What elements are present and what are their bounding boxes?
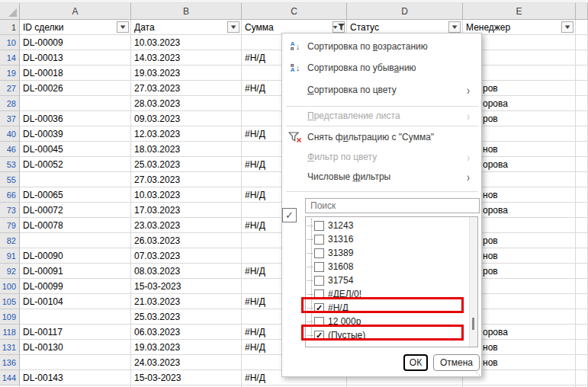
- row-number-118[interactable]: 118: [0, 325, 20, 340]
- row-number-82[interactable]: 82: [0, 233, 20, 248]
- filter-value-item[interactable]: 31316: [307, 232, 353, 246]
- row-number-28[interactable]: 28: [0, 96, 20, 111]
- filter-value-item[interactable]: 31754: [307, 273, 353, 287]
- deal-id-cell[interactable]: DL-00072: [20, 203, 131, 218]
- date-cell[interactable]: 27.03.2023: [131, 81, 242, 96]
- deal-id-cell[interactable]: DL-00065: [20, 187, 131, 203]
- filter-value-item[interactable]: 31243: [307, 219, 353, 232]
- deal-id-cell[interactable]: [20, 355, 131, 370]
- deal-id-cell[interactable]: DL-00078: [20, 218, 131, 233]
- date-cell[interactable]: 15-03-2023: [131, 279, 242, 294]
- select-all-corner[interactable]: [0, 3, 20, 20]
- deal-id-cell[interactable]: DL-00117: [20, 325, 131, 340]
- deal-id-cell[interactable]: DL-00143: [20, 370, 131, 385]
- deal-id-cell[interactable]: DL-00091: [20, 264, 131, 279]
- row-number-105[interactable]: 105: [0, 294, 20, 309]
- row-number-100[interactable]: 100: [0, 279, 20, 294]
- date-cell[interactable]: 27.03.2023: [131, 172, 242, 187]
- deal-id-cell[interactable]: DL-00039: [20, 126, 131, 142]
- row-number-73[interactable]: 73: [0, 203, 20, 218]
- checkbox-unchecked-icon[interactable]: [314, 262, 324, 272]
- menu-item[interactable]: Сортировка по цвету›: [283, 78, 480, 101]
- row-number-55[interactable]: 55: [0, 172, 20, 187]
- ok-button[interactable]: ОК: [403, 354, 428, 371]
- filter-button-filtered[interactable]: ▼: [333, 21, 345, 33]
- deal-id-cell[interactable]: DL-00090: [20, 248, 131, 264]
- date-cell[interactable]: 25.03.2023: [131, 157, 242, 172]
- date-cell[interactable]: 19.03.2023: [131, 340, 242, 355]
- column-header-d[interactable]: D: [347, 3, 463, 20]
- date-cell[interactable]: 09.03.2023: [131, 111, 242, 126]
- row-number-40[interactable]: 40: [0, 126, 20, 142]
- row-number-37[interactable]: 37: [0, 111, 20, 126]
- resize-grip[interactable]: ⋱: [474, 369, 480, 376]
- date-cell[interactable]: 26.03.2023: [131, 233, 242, 248]
- worksheet-checkbox[interactable]: ✓: [282, 208, 297, 222]
- list-scrollbar-thumb[interactable]: [472, 318, 474, 330]
- deal-id-cell[interactable]: [20, 96, 131, 111]
- filter-dropdown-button[interactable]: ▼: [117, 21, 129, 33]
- checkbox-unchecked-icon[interactable]: [314, 235, 324, 245]
- date-cell[interactable]: 24.03.2023: [131, 355, 242, 370]
- row-number-109[interactable]: 109: [0, 309, 20, 325]
- date-cell[interactable]: 10.03.2023: [131, 35, 242, 50]
- column-header-a[interactable]: A: [20, 3, 131, 20]
- menu-item[interactable]: Числовые фильтры›: [283, 167, 480, 187]
- row-number-19[interactable]: 19: [0, 66, 20, 81]
- row-number-66[interactable]: 66: [0, 187, 20, 203]
- deal-id-cell[interactable]: [20, 233, 131, 248]
- row-number-46[interactable]: 46: [0, 142, 20, 157]
- deal-id-cell[interactable]: [20, 309, 131, 325]
- deal-id-cell[interactable]: DL-00026: [20, 81, 131, 96]
- date-cell[interactable]: 14.03.2023: [131, 50, 242, 66]
- filter-value-item[interactable]: 31608: [307, 260, 353, 273]
- deal-id-cell[interactable]: DL-00052: [20, 157, 131, 172]
- date-cell[interactable]: 19.03.2023: [131, 66, 242, 81]
- filter-dropdown-button[interactable]: ▼: [561, 21, 574, 33]
- row-number-14[interactable]: 14: [0, 50, 20, 66]
- row-number-144[interactable]: 144: [0, 370, 20, 385]
- row-number-136[interactable]: 136: [0, 355, 20, 370]
- deal-id-cell[interactable]: DL-00018: [20, 66, 131, 81]
- date-cell[interactable]: 10.03.2023: [131, 187, 242, 203]
- date-cell[interactable]: 07.03.2023: [131, 248, 242, 264]
- cancel-button[interactable]: Отмена: [433, 354, 480, 371]
- column-header-c[interactable]: C: [242, 3, 347, 20]
- date-cell[interactable]: 18.03.2023: [131, 142, 242, 157]
- deal-id-cell[interactable]: DL-00009: [20, 35, 131, 50]
- checkbox-unchecked-icon[interactable]: [314, 248, 324, 258]
- date-cell[interactable]: 06.03.2023: [131, 325, 242, 340]
- column-header-b[interactable]: B: [131, 3, 242, 20]
- row-number-91[interactable]: 91: [0, 248, 20, 264]
- deal-id-cell[interactable]: DL-00099: [20, 279, 131, 294]
- menu-item[interactable]: Ая↓Сортировка по возрастанию: [283, 36, 480, 57]
- row-number-27[interactable]: 27: [0, 81, 20, 96]
- row-number-53[interactable]: 53: [0, 157, 20, 172]
- deal-id-cell[interactable]: DL-00013: [20, 50, 131, 66]
- deal-id-cell[interactable]: DL-00130: [20, 340, 131, 355]
- column-header-e[interactable]: E: [463, 3, 576, 20]
- date-cell[interactable]: 21.03.2023: [131, 294, 242, 309]
- deal-id-cell[interactable]: DL-00036: [20, 111, 131, 126]
- date-cell[interactable]: 25.03.2023: [131, 309, 242, 325]
- checkbox-unchecked-icon[interactable]: [314, 221, 324, 231]
- filter-dropdown-button[interactable]: ▼: [227, 21, 239, 33]
- filter-search-input[interactable]: [305, 198, 480, 213]
- deal-id-cell[interactable]: DL-00045: [20, 142, 131, 157]
- menu-item[interactable]: яА↓Сортировка по убыванию: [283, 57, 480, 78]
- date-cell[interactable]: 23.03.2023: [131, 218, 242, 233]
- list-scrollbar[interactable]: [469, 217, 477, 347]
- row-number-79[interactable]: 79: [0, 218, 20, 233]
- menu-item[interactable]: Снять фильтрацию с "Сумма": [283, 127, 480, 147]
- date-cell[interactable]: 15-03-2023: [131, 370, 242, 385]
- row-number-10[interactable]: 10: [0, 35, 20, 50]
- filter-dropdown-button[interactable]: ▼: [448, 21, 461, 33]
- row-number-131[interactable]: 131: [0, 340, 20, 355]
- date-cell[interactable]: 17.03.2023: [131, 203, 242, 218]
- date-cell[interactable]: 12.03.2023: [131, 126, 242, 142]
- checkbox-unchecked-icon[interactable]: [314, 276, 324, 286]
- deal-id-cell[interactable]: DL-00104: [20, 294, 131, 309]
- deal-id-cell[interactable]: [20, 172, 131, 187]
- date-cell[interactable]: 28.03.2023: [131, 96, 242, 111]
- row-number-1[interactable]: 1: [0, 20, 20, 35]
